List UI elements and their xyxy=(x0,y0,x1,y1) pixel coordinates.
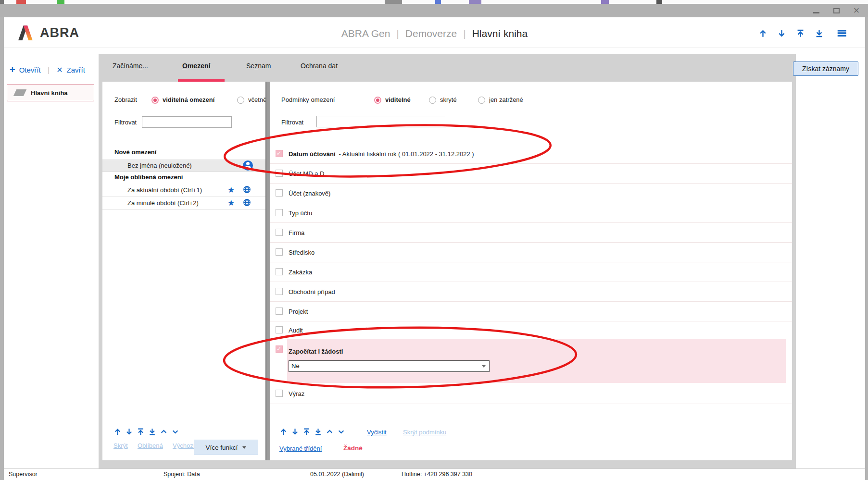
move-last-icon[interactable] xyxy=(314,428,322,436)
condition-label: Audit xyxy=(289,327,303,334)
restriction-item-unnamed[interactable]: Bez jména (neuložené) xyxy=(102,160,265,172)
radio-conditions-hidden[interactable] xyxy=(429,97,436,104)
condition-checkbox[interactable] xyxy=(276,189,283,197)
app-window: ABRA ABRA Gen|Demoverze|Hlavní kniha + O… xyxy=(4,17,865,480)
menu-icon[interactable] xyxy=(836,28,847,38)
condition-checkbox[interactable] xyxy=(276,248,283,256)
radio-conditions-visible[interactable] xyxy=(374,97,381,104)
condition-row-ucet-znakove[interactable]: Účet (znakově) xyxy=(270,184,792,203)
radio-conditions-visible-label[interactable]: viditelné xyxy=(385,96,411,103)
chevron-down-icon[interactable] xyxy=(337,428,345,436)
taskbar-fragment xyxy=(469,0,481,4)
minimize-icon[interactable] xyxy=(812,7,820,14)
close-x-icon: ✕ xyxy=(50,65,66,74)
condition-checkbox[interactable] xyxy=(276,288,283,295)
radio-conditions-hidden-label[interactable]: skryté xyxy=(440,96,457,103)
default-link[interactable]: Výchozí xyxy=(173,442,195,449)
move-up-icon[interactable] xyxy=(758,29,767,38)
condition-checkbox-checked[interactable] xyxy=(276,345,283,353)
move-first-icon[interactable] xyxy=(137,428,145,436)
restriction-item-label: Bez jména (neuložené) xyxy=(127,162,192,169)
move-up-icon[interactable] xyxy=(113,428,122,436)
condition-checkbox[interactable] xyxy=(276,229,283,236)
radio-including-hidden-label[interactable]: včetně s xyxy=(248,96,265,103)
move-up-icon[interactable] xyxy=(279,428,288,436)
condition-checkbox[interactable] xyxy=(276,209,283,216)
move-last-icon[interactable] xyxy=(148,428,156,436)
close-icon[interactable]: × xyxy=(853,7,860,14)
condition-label: Zakázka xyxy=(289,269,312,276)
open-button[interactable]: Otevřít xyxy=(19,66,41,74)
restriction-item-label: Za minulé období (Ctrl+2) xyxy=(127,199,199,207)
more-functions-label: Více funkcí xyxy=(206,444,238,451)
condition-checkbox-checked[interactable] xyxy=(276,150,283,157)
sidebar-item-hlavni-kniha[interactable]: Hlavní kniha xyxy=(7,84,94,101)
condition-row-zapocitat-i-zadosti[interactable]: Započítat i žádosti Ne xyxy=(270,339,792,383)
condition-label: Firma xyxy=(289,229,304,236)
clear-link[interactable]: Vyčistit xyxy=(367,429,387,436)
condition-checkbox[interactable] xyxy=(276,390,283,397)
condition-label: Účet (znakově) xyxy=(289,190,330,197)
radio-conditions-checked-only-label[interactable]: jen zatržené xyxy=(489,96,523,103)
taskbar-fragment xyxy=(385,0,402,4)
restriction-item-previous-period[interactable]: Za minulé období (Ctrl+2) ★ xyxy=(102,197,265,210)
condition-checkbox[interactable] xyxy=(276,268,283,275)
get-records-button[interactable]: Získat záznamy xyxy=(793,62,858,76)
move-last-icon[interactable] xyxy=(815,29,824,38)
condition-label: Datum účtování xyxy=(289,150,336,158)
radio-including-hidden[interactable] xyxy=(237,97,244,104)
global-globe-icon[interactable] xyxy=(243,198,251,207)
radio-conditions-checked-only[interactable] xyxy=(478,97,485,104)
move-first-icon[interactable] xyxy=(796,29,805,38)
move-down-icon[interactable] xyxy=(291,428,299,436)
condition-row-typ-uctu[interactable]: Typ účtu xyxy=(270,203,792,223)
radio-visible-restrictions-label[interactable]: viditelná omezení xyxy=(163,96,214,103)
condition-row-vyraz[interactable]: Výraz xyxy=(270,383,792,404)
favorite-link[interactable]: Oblíbená xyxy=(138,442,163,449)
dropdown-arrow-icon xyxy=(242,446,246,449)
taskbar-fragment xyxy=(57,0,64,4)
include-requests-dropdown[interactable]: Ne xyxy=(289,360,490,372)
restriction-filter-input[interactable] xyxy=(142,116,232,128)
hide-link[interactable]: Skrýt xyxy=(113,442,128,449)
app-header: ABRA ABRA Gen|Demoverze|Hlavní kniha xyxy=(4,17,865,48)
condition-row-firma[interactable]: Firma xyxy=(270,223,792,243)
radio-visible-restrictions[interactable] xyxy=(151,97,159,104)
condition-checkbox[interactable] xyxy=(276,170,283,177)
condition-row-audit[interactable]: Audit xyxy=(270,321,792,339)
chevron-down-icon[interactable] xyxy=(171,428,179,436)
tab-ochrana-dat[interactable]: Ochrana dat xyxy=(301,62,338,70)
conditions-filter-input[interactable] xyxy=(316,116,446,127)
page-title: Hlavní kniha xyxy=(472,28,528,39)
favorite-star-icon[interactable]: ★ xyxy=(227,198,235,208)
breadcrumb-separator: | xyxy=(390,28,405,39)
condition-checkbox[interactable] xyxy=(276,308,283,315)
selected-sorting-link[interactable]: Vybrané třídění xyxy=(279,445,322,452)
condition-row-datum-uctovani[interactable]: Datum účtování- Aktuální fiskální rok ( … xyxy=(270,144,792,164)
sidebar-actions: + Otevřít | ✕ Zavřít xyxy=(7,64,85,75)
maximize-icon[interactable] xyxy=(832,7,840,14)
window-titlebar: × xyxy=(0,4,868,17)
chevron-up-icon[interactable] xyxy=(326,428,334,436)
condition-row-ucet-md-a-d[interactable]: Účet MD a D xyxy=(270,164,792,184)
move-down-icon[interactable] xyxy=(777,29,786,38)
condition-row-projekt[interactable]: Projekt xyxy=(270,302,792,321)
move-down-icon[interactable] xyxy=(125,428,133,436)
tab-seznam[interactable]: Seznam xyxy=(246,62,271,70)
condition-row-zakazka[interactable]: Zakázka xyxy=(270,262,792,282)
condition-checkbox[interactable] xyxy=(276,326,283,333)
ledger-icon xyxy=(13,89,27,96)
move-first-icon[interactable] xyxy=(302,428,311,436)
tab-zaciname[interactable]: Začínáme... xyxy=(113,62,148,70)
panel-splitter[interactable] xyxy=(265,82,270,460)
hide-condition-link[interactable]: Skrýt podmínku xyxy=(403,429,446,436)
tab-omezeni[interactable]: Omezení xyxy=(182,62,210,70)
restriction-item-current-period[interactable]: Za aktuální období (Ctrl+1) ★ xyxy=(102,184,265,197)
condition-row-obchodni-pripad[interactable]: Obchodní případ xyxy=(270,282,792,302)
chevron-up-icon[interactable] xyxy=(160,428,168,436)
more-functions-button[interactable]: Více funkcí xyxy=(194,440,258,455)
favorite-star-icon[interactable]: ★ xyxy=(227,185,235,195)
condition-row-stredisko[interactable]: Středisko xyxy=(270,243,792,262)
global-globe-icon[interactable] xyxy=(243,185,251,194)
close-button[interactable]: Zavřít xyxy=(67,66,85,74)
